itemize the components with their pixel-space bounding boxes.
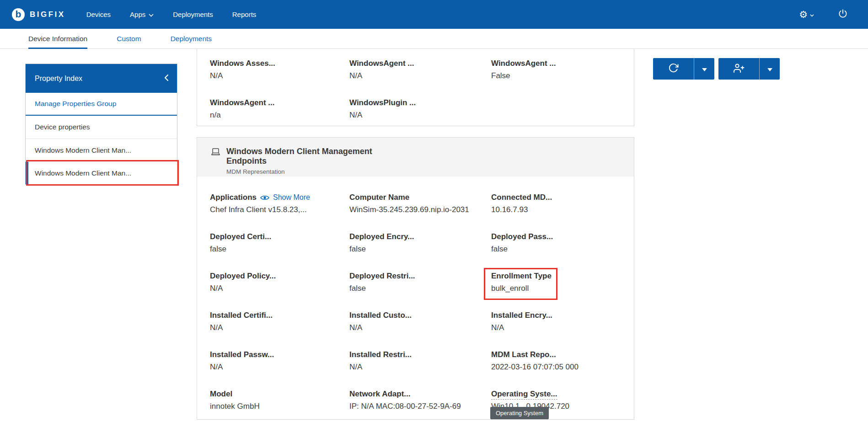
tooltip: Operating System [490, 407, 549, 419]
mdm-properties-grid: Applications Show More Chef Infra Client… [197, 176, 634, 420]
tab-label: Deployments [171, 35, 212, 43]
sidebar-item-manage-properties-group[interactable]: Manage Properties Group [26, 93, 177, 116]
property-cell-empty [491, 98, 634, 126]
top-nav-bar: b BIGFIX Devices Apps Deployments Report… [0, 0, 868, 29]
tab-label: Device Information [28, 35, 87, 43]
property-label: Deployed Policy... [210, 272, 349, 281]
property-value: N/A [349, 363, 491, 372]
user-plus-icon [734, 63, 745, 75]
property-value: false [491, 245, 634, 254]
laptop-icon [211, 148, 220, 176]
property-label: WindowsAgent ... [491, 59, 634, 68]
chevron-down-icon [810, 11, 814, 19]
operating-system-tooltip-trigger[interactable]: Operating Syste... [491, 390, 557, 400]
property-cell-windows-asses: Windows Asses... N/A [210, 59, 349, 98]
property-label: Windows Asses... [210, 59, 349, 68]
property-cell-installed-encryption: Installed Encry... N/A [491, 311, 634, 350]
property-cell-computer-name: Computer Name WinSim-35.245.239.69.nip.i… [349, 193, 491, 232]
property-label: Installed Certifi... [210, 311, 349, 320]
user-split-button [718, 58, 780, 80]
property-cell-enrollment-type: Enrollment Type bulk_enroll [491, 272, 634, 311]
property-value: N/A [210, 284, 349, 293]
property-cell-windowsagent-2: WindowsAgent ... False [491, 59, 634, 98]
property-label: Deployed Certi... [210, 232, 349, 241]
main-content: Windows Asses... N/A WindowsAgent ... N/… [197, 49, 634, 420]
property-cell-installed-certificates: Installed Certifi... N/A [210, 311, 349, 350]
property-cell-deployed-passcode: Deployed Pass... false [491, 232, 634, 272]
user-action-button[interactable] [718, 58, 760, 80]
property-value: innotek GmbH [210, 402, 349, 411]
device-actions [653, 58, 780, 80]
nav-item-devices[interactable]: Devices [86, 0, 111, 29]
gear-icon: ⚙ [799, 10, 808, 19]
property-cell-applications: Applications Show More Chef Infra Client… [210, 193, 349, 232]
tab-custom[interactable]: Custom [117, 29, 141, 48]
property-value: false [210, 245, 349, 254]
refresh-button[interactable] [653, 58, 694, 80]
property-value: N/A [349, 111, 491, 120]
property-label: Enrollment Type [491, 272, 634, 281]
caret-down-icon [767, 65, 772, 73]
nav-label: Devices [86, 11, 111, 18]
nav-label: Deployments [173, 11, 213, 18]
property-index-title: Property Index [35, 75, 82, 83]
refresh-split-button [653, 58, 714, 80]
settings-button[interactable]: ⚙ [799, 10, 814, 19]
sidebar-item-label: Manage Properties Group [35, 100, 116, 108]
property-label: Applications [210, 193, 257, 202]
sidebar-item-windows-modern-client-2[interactable]: Windows Modern Client Man... [26, 161, 177, 184]
topbar-right: ⚙ [799, 9, 848, 21]
mdm-card-title-block: Windows Modern Client Management Endpoin… [226, 147, 382, 176]
user-dropdown-toggle[interactable] [760, 58, 780, 80]
property-value: false [349, 284, 491, 293]
chevron-left-icon[interactable] [164, 74, 169, 83]
property-label: Deployed Encry... [349, 232, 491, 241]
property-value: bulk_enroll [491, 284, 634, 293]
property-cell-windowsagent-1: WindowsAgent ... N/A [349, 59, 491, 98]
property-value: N/A [210, 363, 349, 372]
property-value: 10.16.7.93 [491, 205, 634, 214]
property-label: Installed Encry... [491, 311, 634, 320]
property-value: false [349, 245, 491, 254]
nav-item-reports[interactable]: Reports [232, 0, 257, 29]
bigfix-logo-icon: b [12, 8, 25, 21]
bigfix-device-page: b BIGFIX Devices Apps Deployments Report… [0, 0, 868, 422]
nav-label: Reports [232, 11, 257, 18]
property-label: Deployed Restri... [349, 272, 491, 281]
property-value: n/a [210, 111, 349, 120]
properties-card-top: Windows Asses... N/A WindowsAgent ... N/… [197, 49, 634, 126]
tab-deployments[interactable]: Deployments [171, 29, 212, 48]
property-cell-deployed-policy: Deployed Policy... N/A [210, 272, 349, 311]
bigfix-logo[interactable]: b BIGFIX [12, 8, 65, 21]
nav-label: Apps [130, 11, 145, 18]
property-label: Computer Name [349, 193, 491, 202]
property-value: N/A [349, 71, 491, 80]
property-label: Deployed Pass... [491, 232, 634, 241]
property-label: MDM Last Repo... [491, 350, 634, 359]
property-value: False [491, 71, 634, 80]
property-cell-windowsplugin: WindowsPlugin ... N/A [349, 98, 491, 126]
tab-device-information[interactable]: Device Information [28, 29, 87, 48]
property-index-header: Property Index [26, 64, 177, 93]
sidebar-item-windows-modern-client-1[interactable]: Windows Modern Client Man... [26, 139, 177, 161]
property-cell-installed-restrictions: Installed Restri... N/A [349, 350, 491, 390]
sidebar-item-device-properties[interactable]: Device properties [26, 116, 177, 139]
nav-item-deployments[interactable]: Deployments [173, 0, 213, 29]
property-label: WindowsPlugin ... [349, 98, 491, 107]
logo-letter: b [16, 9, 21, 19]
property-value: N/A [210, 323, 349, 332]
refresh-dropdown-toggle[interactable] [694, 58, 714, 80]
property-label: Installed Passw... [210, 350, 349, 359]
sidebar-item-label: Windows Modern Client Man... [35, 146, 131, 155]
property-cell-windowsagent-3: WindowsAgent ... n/a [210, 98, 349, 126]
property-value: WinSim-35.245.239.69.nip.io-2031 [349, 205, 491, 214]
eye-icon[interactable] [260, 195, 269, 201]
property-cell-connected-mdm: Connected MD... 10.16.7.93 [491, 193, 634, 232]
refresh-icon [668, 63, 679, 75]
power-button[interactable] [838, 9, 848, 21]
nav-item-apps[interactable]: Apps [130, 0, 154, 29]
property-value: 2022-03-16 07:07:05 000 [491, 363, 634, 372]
property-value: Chef Infra Client v15.8.23,... [210, 205, 349, 214]
show-more-link[interactable]: Show More [273, 193, 310, 202]
applications-label-row: Applications Show More [210, 193, 349, 202]
